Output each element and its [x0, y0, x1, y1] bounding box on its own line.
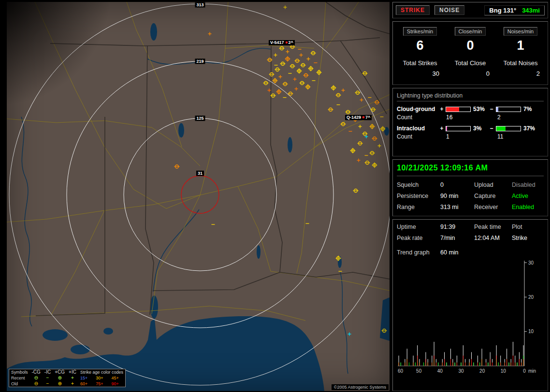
legend-symbols-label: Symbols	[9, 369, 30, 375]
svg-text:40: 40	[437, 368, 443, 374]
ic-positive-bar	[446, 126, 471, 131]
squelch-label: Squelch	[397, 182, 440, 188]
strike-symbol-cgn	[174, 165, 180, 168]
noise-mode-button[interactable]: NOISE	[434, 5, 464, 15]
strike-symbol-icp	[360, 98, 363, 102]
strike-symbol-cgn	[290, 45, 295, 49]
cg-neg-old-icon: ⊖	[30, 381, 43, 387]
legend-col-ic-pos: +IC	[67, 369, 78, 375]
strike-symbol-cgn	[370, 152, 375, 155]
map-legend: Symbols -CG -IC +CG +IC Strike age color…	[9, 369, 126, 387]
cg-pos-old-icon: ⊕	[53, 381, 67, 387]
strike-symbol-cgn	[372, 137, 377, 140]
persistence-label: Persistence	[397, 193, 440, 199]
ic-count-label: Count	[397, 133, 439, 140]
strike-symbol-icp	[342, 89, 345, 92]
age-code-30: 30+	[94, 375, 109, 381]
uptime-label: Uptime	[397, 224, 440, 230]
intracloud-label: Intracloud	[397, 125, 439, 132]
trend-window-value: 60 min	[440, 249, 544, 256]
side-panel: STRIKE NOISE Bng 131° 343mi Strikes/min …	[392, 2, 548, 391]
cg-negative-pct: 7%	[522, 106, 537, 112]
strike-mode-button[interactable]: STRIKE	[396, 5, 430, 15]
ring-range-label: 31	[196, 171, 204, 176]
intracloud-row: Intracloud + 3% − 37%	[397, 125, 544, 132]
copyright-notice: ©2005 Astrogenic Systems	[332, 384, 389, 390]
cg-negative-count: 2	[491, 114, 544, 121]
strike-symbol-cgn	[304, 74, 309, 77]
cg-positive-count: 16	[439, 114, 491, 121]
strike-symbol-icp	[357, 159, 361, 162]
cg-positive-bar	[446, 107, 471, 112]
strike-symbol-cgn	[290, 65, 295, 68]
total-close-label: Total Close	[445, 59, 495, 67]
minus-sign: −	[489, 125, 494, 132]
strike-symbol-cgn	[269, 73, 275, 76]
bearing-range-display: Bng 131° 343mi	[484, 5, 545, 15]
strike-symbol-cgn	[280, 62, 286, 66]
range-value: 343mi	[522, 7, 540, 14]
svg-text:30: 30	[528, 260, 534, 266]
strike-symbol-icp	[293, 78, 297, 81]
ring-range-label: 219	[195, 59, 205, 64]
plot-label: Plot	[512, 224, 544, 230]
strike-symbol-cgp	[331, 85, 336, 91]
distribution-title: Lightning type distribution	[397, 92, 544, 101]
rates-section: Strikes/min 6 Total Strikes 30 Close/min…	[392, 21, 548, 85]
capture-status: Active	[512, 193, 544, 199]
strike-symbol-cgn	[355, 91, 361, 95]
ring-range-label: 125	[195, 116, 205, 121]
strike-symbol-cgn	[336, 94, 341, 97]
cg-positive-pct: 53%	[472, 106, 489, 112]
svg-text:10: 10	[501, 368, 507, 374]
cg-neg-recent-icon: ⊖	[30, 375, 43, 381]
ring-range-label: 313	[195, 2, 205, 8]
strike-symbol-cgn	[283, 83, 288, 86]
peak-rate-value: 7/min	[440, 235, 474, 241]
legend-old-label: Old	[9, 381, 30, 387]
clock-section: 10/21/2025 12:09:16 AM Squelch 0 Upload …	[392, 159, 548, 216]
strike-symbol-cgp	[317, 70, 322, 75]
trend-chart: 1020306050403020100min	[397, 260, 545, 378]
strikes-per-min-chip: Strikes/min	[403, 27, 437, 36]
svg-text:0: 0	[523, 368, 526, 374]
age-code-15: 15+	[78, 375, 94, 381]
strike-symbol-cgn	[275, 68, 280, 71]
peak-time-label: Peak time	[474, 224, 512, 230]
strike-symbol-cgn	[382, 329, 387, 333]
strike-symbol-icp	[274, 54, 277, 57]
strike-symbol-cgn	[341, 123, 346, 126]
strike-symbol-icp	[284, 6, 287, 9]
strike-symbol-cgn	[328, 108, 333, 112]
strike-symbol-icp	[348, 333, 351, 336]
strike-symbol-cgp	[372, 163, 377, 168]
bearing-value: Bng 131°	[489, 7, 516, 14]
total-strikes-label: Total Strikes	[395, 59, 445, 67]
close-per-min-value: 0	[445, 38, 495, 53]
ic-neg-old-icon: −	[43, 381, 53, 387]
legend-col-cg-pos: +CG	[53, 369, 67, 375]
status-grid: Uptime 91:39 Peak time Plot Peak rate 7/…	[397, 224, 544, 241]
strike-symbol-cgn	[358, 142, 363, 145]
trend-header: Trend graph 60 min	[397, 249, 544, 256]
svg-text:20: 20	[528, 294, 534, 300]
ic-positive-pct: 3%	[472, 125, 489, 132]
mode-header: STRIKE NOISE Bng 131° 343mi	[392, 2, 548, 18]
persistence-value: 90 min	[440, 193, 474, 199]
strike-symbol-cgp	[297, 69, 302, 74]
strike-symbol-icp	[208, 32, 212, 36]
map-view[interactable]: Symbols -CG -IC +CG +IC Strike age color…	[7, 2, 390, 391]
total-noises-value: 2	[495, 70, 546, 77]
receiver-label: Receiver	[474, 204, 512, 210]
svg-text:60: 60	[398, 368, 404, 374]
plus-sign: +	[439, 106, 444, 112]
strike-symbol-icp	[295, 87, 298, 91]
distribution-section: Lightning type distribution Cloud-ground…	[392, 88, 548, 156]
strike-symbol-cgp	[350, 148, 356, 154]
strike-symbol-cgn	[353, 189, 359, 193]
strike-symbol-icp	[286, 50, 289, 54]
strike-symbol-cgp	[380, 126, 386, 132]
ic-negative-bar	[496, 126, 521, 131]
cg-negative-bar	[496, 107, 521, 112]
strikes-per-min-value: 6	[395, 38, 445, 53]
